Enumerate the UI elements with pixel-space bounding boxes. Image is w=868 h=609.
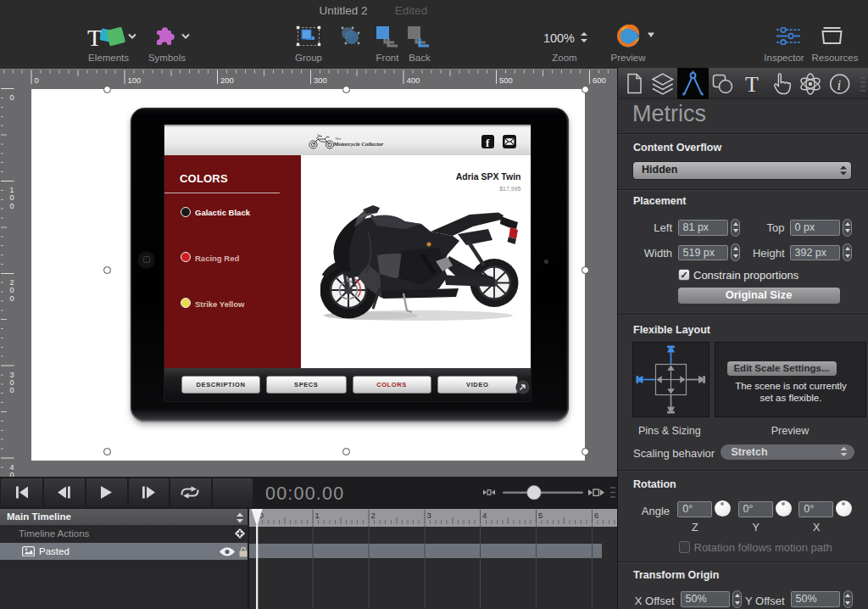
svg-text:500: 500	[499, 75, 513, 85]
svg-text:0: 0	[9, 93, 14, 102]
svg-text:400: 400	[407, 75, 420, 85]
svg-text:100: 100	[128, 75, 142, 85]
svg-text:1: 1	[315, 511, 320, 520]
svg-text:i: i	[837, 77, 842, 93]
svg-text:T: T	[87, 25, 102, 48]
svg-text:T: T	[745, 72, 759, 97]
svg-text:3: 3	[427, 511, 431, 520]
svg-text:4: 4	[482, 511, 487, 520]
svg-text:5: 5	[538, 511, 542, 520]
svg-text:6: 6	[594, 511, 598, 520]
svg-text:0: 0	[9, 386, 14, 394]
svg-text:600: 600	[593, 75, 606, 85]
svg-text:300: 300	[314, 75, 327, 85]
svg-text:200: 200	[220, 75, 234, 85]
svg-text:0: 0	[9, 471, 14, 477]
svg-text:2: 2	[371, 511, 376, 520]
svg-text:0: 0	[9, 294, 14, 303]
svg-text:0: 0	[9, 202, 14, 210]
svg-text:0: 0	[35, 75, 39, 85]
svg-text:Motorcycle Collector: Motorcycle Collector	[333, 141, 384, 147]
